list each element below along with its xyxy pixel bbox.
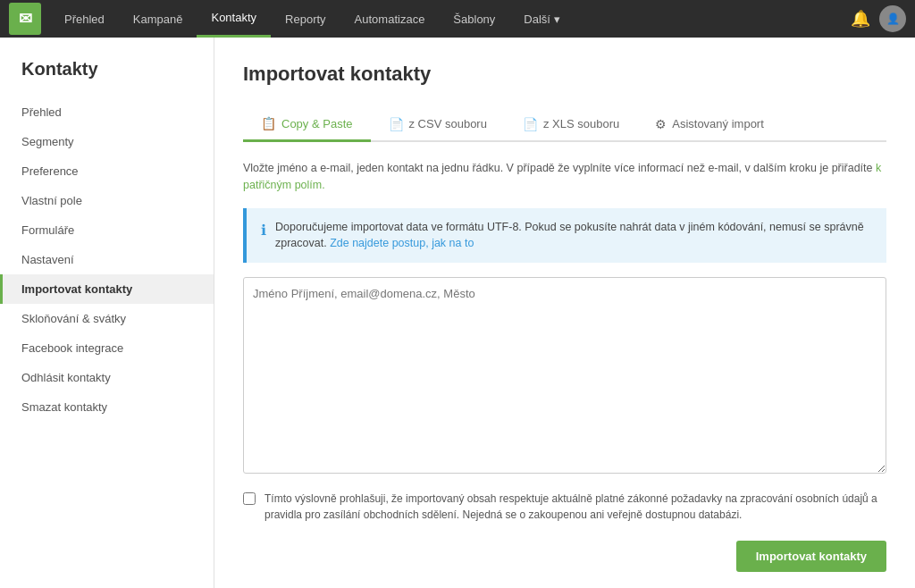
tab-copy-paste[interactable]: 📋 Copy & Paste [243,107,371,142]
info-box-link[interactable]: Zde najdete postup, jak na to [330,237,474,249]
import-tabs: 📋 Copy & Paste 📄 z CSV souboru 📄 z XLS s… [243,107,886,142]
sidebar-item-sklonovani[interactable]: Skloňování & svátky [0,304,214,333]
sidebar-item-segmenty[interactable]: Segmenty [0,127,214,156]
sidebar-item-odhlasit[interactable]: Odhlásit kontakty [0,363,214,392]
import-button[interactable]: Importovat kontakty [736,541,886,572]
csv-icon: 📄 [389,117,404,131]
nav-reporty[interactable]: Reporty [271,0,340,38]
sidebar-title: Kontakty [0,59,214,97]
consent-text: Tímto výslovně prohlašuji, že importovan… [264,491,886,523]
consent-row: Tímto výslovně prohlašuji, že importovan… [243,491,886,523]
intro-text: Vložte jméno a e-mail, jeden kontakt na … [243,160,886,194]
notification-bell-icon[interactable]: 🔔 [851,9,870,29]
nav-automatizace[interactable]: Automatizace [340,0,440,38]
sidebar-item-prehled[interactable]: Přehled [0,97,214,127]
nav-items: Přehled Kampaně Kontakty Reporty Automat… [50,0,851,38]
user-avatar[interactable]: 👤 [879,5,906,32]
sidebar-item-smazat[interactable]: Smazat kontakty [0,392,214,422]
sidebar-item-nastaveni[interactable]: Nastavení [0,245,214,274]
sidebar: Kontakty Přehled Segmenty Preference Vla… [0,38,214,588]
import-textarea[interactable] [243,277,886,474]
nav-sablony[interactable]: Šablony [439,0,509,38]
sidebar-item-importovat-kontakty[interactable]: Importovat kontakty [0,274,214,304]
xls-icon: 📄 [523,117,538,131]
nav-right: 🔔 👤 [851,5,906,32]
tab-csv[interactable]: 📄 z CSV souboru [371,107,505,140]
sidebar-item-vlastni-pole[interactable]: Vlastní pole [0,186,214,215]
info-icon: ℹ [261,220,266,241]
main-layout: Kontakty Přehled Segmenty Preference Vla… [0,38,915,588]
settings-icon: ⚙ [655,117,667,131]
tab-xls[interactable]: 📄 z XLS souboru [505,107,637,140]
info-box: ℹ Doporučujeme importovat data ve formát… [243,208,886,264]
page-title: Importovat kontakty [243,63,886,86]
main-content: Importovat kontakty 📋 Copy & Paste 📄 z C… [214,38,915,588]
app-logo[interactable]: ✉ [9,3,41,35]
nav-kontakty[interactable]: Kontakty [197,0,271,38]
sidebar-item-facebook[interactable]: Facebook integrace [0,333,214,363]
tab-asistovany[interactable]: ⚙ Asistovaný import [637,107,782,140]
consent-checkbox[interactable] [243,492,256,505]
sidebar-item-preference[interactable]: Preference [0,156,214,186]
nav-prehled[interactable]: Přehled [50,0,119,38]
sidebar-item-formulare[interactable]: Formuláře [0,215,214,245]
copy-paste-icon: 📋 [261,116,276,130]
nav-kampane[interactable]: Kampaně [119,0,197,38]
nav-dalsi[interactable]: Další ▾ [509,0,574,38]
top-navigation: ✉ Přehled Kampaně Kontakty Reporty Autom… [0,0,915,38]
